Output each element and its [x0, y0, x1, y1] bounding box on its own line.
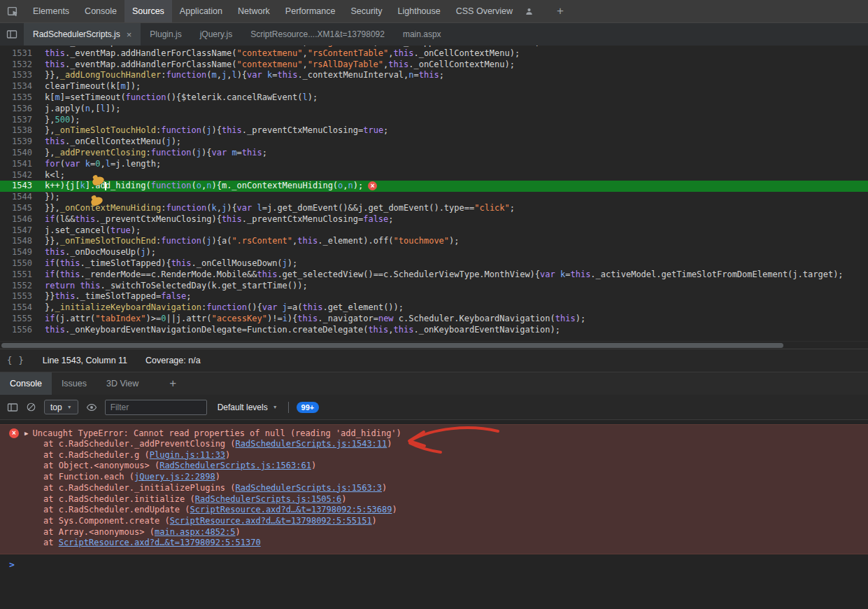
code-line-1540[interactable]: 1540},_addPreventClosing:function(j){var…: [0, 148, 868, 159]
person-icon[interactable]: [520, 7, 537, 16]
code-text[interactable]: clearTimeout(k[m]);: [42, 81, 141, 92]
inline-error-icon[interactable]: ×: [368, 181, 377, 190]
panel-tab-security[interactable]: Security: [343, 0, 390, 22]
file-tab[interactable]: Plugin.js: [141, 23, 190, 46]
line-number[interactable]: 1533: [0, 70, 42, 81]
code-line-1548[interactable]: 1548}},_onTimeSlotTouchEnd:function(j){a…: [0, 236, 868, 247]
stack-frame-link[interactable]: ScriptResource.axd?d…&t=13798092:5:55151: [170, 516, 372, 526]
code-line-1533[interactable]: 1533}},_addLongTouchHandler:function(m,j…: [0, 70, 868, 81]
code-line-1534[interactable]: 1534clearTimeout(k[m]);: [0, 81, 868, 92]
file-tab[interactable]: ScriptResource....XM1&t=13798092: [241, 23, 394, 46]
code-line-1543[interactable]: 1543k++){j[k].add_hiding(function(o,n){m…: [0, 181, 868, 192]
code-line-1549[interactable]: 1549this._onDocMouseUp(j);: [0, 247, 868, 258]
line-number[interactable]: 1536: [0, 104, 42, 115]
code-text[interactable]: return this._switchToSelectedDay(k.get_s…: [42, 281, 308, 292]
line-number[interactable]: 1537: [0, 115, 42, 126]
code-text[interactable]: j.apply(n,[l]);: [42, 104, 120, 115]
line-number[interactable]: 1542: [0, 170, 42, 181]
code-text[interactable]: },_addPreventClosing:function(j){var m=t…: [42, 148, 267, 159]
code-text[interactable]: }},_onContextMenuHiding:function(k,j){va…: [42, 203, 515, 214]
log-levels-dropdown[interactable]: Default levels ▼: [218, 402, 278, 412]
drawer-tab-3d-view[interactable]: 3D View: [97, 372, 148, 395]
panel-tab-performance[interactable]: Performance: [278, 0, 343, 22]
line-number[interactable]: 1546: [0, 214, 42, 225]
line-number[interactable]: 1538: [0, 125, 42, 136]
stack-frame-link[interactable]: RadSchedulerScripts.js:1505:6: [195, 494, 342, 504]
panel-tab-network[interactable]: Network: [230, 0, 278, 22]
code-line-1537[interactable]: 1537},500);: [0, 115, 868, 126]
stack-frame-link[interactable]: ScriptResource.axd?d…&t=13798092:5:53689: [190, 505, 392, 514]
console-prompt[interactable]: >: [0, 559, 868, 570]
code-line-1539[interactable]: 1539this._onCellContextMenu(j);: [0, 136, 868, 148]
line-number[interactable]: 1550: [0, 258, 42, 270]
console-sidebar-icon[interactable]: [7, 402, 18, 413]
horizontal-scrollbar[interactable]: [0, 341, 868, 349]
code-line-1531[interactable]: 1531this._eventMap.addHandlerForClassNam…: [0, 48, 868, 59]
inspect-element-icon[interactable]: [0, 0, 25, 23]
line-number[interactable]: 1545: [0, 203, 42, 214]
panel-tab-elements[interactable]: Elements: [25, 0, 77, 22]
code-line-1544[interactable]: 1544});: [0, 192, 868, 203]
code-text[interactable]: k<l;: [42, 170, 65, 181]
panel-tab-console[interactable]: Console: [77, 0, 124, 22]
line-number[interactable]: 1543: [0, 181, 42, 192]
clear-console-icon[interactable]: [26, 402, 36, 412]
code-line-1541[interactable]: 1541for(var k=0,l=j.length;: [0, 159, 868, 170]
code-line-1546[interactable]: 1546if(l&&this._preventCtxMenuClosing){t…: [0, 214, 868, 225]
code-text[interactable]: if(j.attr("tabIndex")>=0||j.attr("access…: [42, 314, 585, 325]
source-editor[interactable]: 1530this._eventMap.addHandlerForClassNam…: [0, 46, 868, 341]
panel-tab-css-overview[interactable]: CSS Overview: [448, 0, 520, 22]
code-text[interactable]: }},_addLongTouchHandler:function(m,j,l){…: [42, 70, 444, 81]
code-line-1532[interactable]: 1532this._eventMap.addHandlerForClassNam…: [0, 59, 868, 71]
panel-tab-sources[interactable]: Sources: [124, 0, 172, 22]
code-text[interactable]: this._onCellContextMenu(j);: [42, 136, 181, 148]
filter-input[interactable]: [105, 400, 207, 415]
line-number[interactable]: 1548: [0, 236, 42, 247]
line-number[interactable]: 1552: [0, 281, 42, 292]
line-number[interactable]: 1553: [0, 291, 42, 302]
code-line-1555[interactable]: 1555if(j.attr("tabIndex")>=0||j.attr("ac…: [0, 314, 868, 325]
context-selector[interactable]: top ▼: [44, 400, 78, 414]
code-line-1553[interactable]: 1553}}this._timeSlotTapped=false;: [0, 291, 868, 302]
code-line-1538[interactable]: 1538},_onTimeSlotTouchHold:function(j){t…: [0, 125, 868, 136]
file-tab[interactable]: RadSchedulerScripts.js×: [24, 23, 141, 46]
code-line-1547[interactable]: 1547j.set_cancel(true);: [0, 225, 868, 237]
code-text[interactable]: if(l&&this._preventCtxMenuClosing){this.…: [42, 214, 394, 225]
panel-tab-lighthouse[interactable]: Lighthouse: [390, 0, 448, 22]
line-number[interactable]: 1540: [0, 148, 42, 159]
expand-triangle-icon[interactable]: ▶: [24, 428, 28, 439]
code-text[interactable]: this._onKeyboardEventNavigationDelegate=…: [42, 325, 560, 336]
panel-tab-application[interactable]: Application: [172, 0, 230, 22]
stack-frame-link[interactable]: main.aspx:4852:5: [155, 527, 236, 537]
code-text[interactable]: this._eventMap.addHandlerForClassName("c…: [42, 48, 520, 59]
code-text[interactable]: this._eventMap.addHandlerForClassName("c…: [42, 59, 515, 71]
code-text[interactable]: }},_onTimeSlotTouchEnd:function(j){a(".r…: [42, 236, 460, 247]
messages-count-badge[interactable]: 99+: [297, 402, 320, 413]
code-line-1545[interactable]: 1545}},_onContextMenuHiding:function(k,j…: [0, 203, 868, 214]
code-text[interactable]: for(var k=0,l=j.length;: [42, 159, 161, 170]
stack-frame-link[interactable]: ScriptResource.axd?d…&t=13798092:5:51370: [59, 538, 261, 547]
code-line-1551[interactable]: 1551if(this._renderMode==c.RenderMode.Mo…: [0, 270, 868, 281]
close-tab-icon[interactable]: ×: [127, 30, 132, 39]
code-text[interactable]: },500);: [42, 115, 80, 126]
stack-frame-link[interactable]: Plugin.js:11:33: [150, 450, 225, 460]
code-text[interactable]: if(this._renderMode==c.RenderMode.Mobile…: [42, 270, 844, 281]
code-text[interactable]: this._onDocMouseUp(j);: [42, 247, 156, 258]
line-number[interactable]: 1539: [0, 136, 42, 148]
line-number[interactable]: 1555: [0, 314, 42, 325]
code-text[interactable]: k++){j[k].add_hiding(function(o,n){m._on…: [42, 181, 363, 192]
code-text[interactable]: });: [42, 192, 60, 203]
code-line-1554[interactable]: 1554},_initializeKeyboardNavigation:func…: [0, 302, 868, 314]
code-line-1542[interactable]: 1542k<l;: [0, 170, 868, 181]
file-tab[interactable]: jQuery.js: [191, 23, 241, 46]
code-text[interactable]: },_onTimeSlotTouchHold:function(j){this.…: [42, 125, 388, 136]
line-number[interactable]: 1535: [0, 92, 42, 104]
line-number[interactable]: 1531: [0, 48, 42, 59]
line-number[interactable]: 1532: [0, 59, 42, 71]
code-line-1552[interactable]: 1552return this._switchToSelectedDay(k.g…: [0, 281, 868, 292]
scrollbar-thumb[interactable]: [1, 343, 783, 348]
stack-frame-link[interactable]: RadSchedulerScripts.js:1563:61: [159, 461, 311, 470]
code-text[interactable]: },_initializeKeyboardNavigation:function…: [42, 302, 404, 314]
code-text[interactable]: }}this._timeSlotTapped=false;: [42, 291, 192, 302]
code-line-1535[interactable]: 1535k[m]=setTimeout(function(){$telerik.…: [0, 92, 868, 104]
